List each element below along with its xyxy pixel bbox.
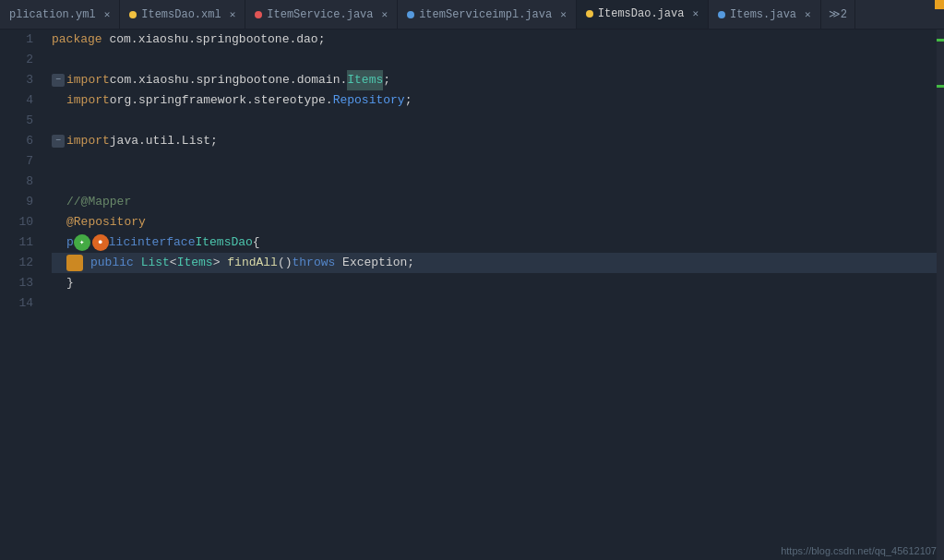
tab-close-icon[interactable]: ✕	[382, 8, 388, 20]
tab-itemsdao-java[interactable]: ItemsDao.java ✕	[577, 0, 709, 30]
ide-window: plication.yml ✕ ItemsDao.xml ✕ ItemServi…	[0, 0, 944, 560]
tab-label: plication.yml	[9, 8, 96, 21]
tab-dot-icon	[586, 10, 593, 18]
line-num-4: 4	[0, 90, 33, 111]
code-line-8	[52, 172, 944, 192]
avatar-icons: ✦●	[74, 234, 109, 251]
avatar-green: ✦	[74, 234, 90, 251]
code-area: 1 2 3 4 5 6 7 8 9 10 11 12 13 14 package…	[0, 30, 944, 560]
tab-dot-icon	[255, 11, 262, 18]
code-line-14	[52, 293, 944, 314]
fold-icon[interactable]: −	[52, 74, 65, 87]
line-num-5: 5	[0, 111, 33, 131]
code-line-4: import org.springframework.stereotype.Re…	[52, 90, 944, 111]
tab-label: ItemsDao.xml	[141, 8, 221, 21]
line-num-10: 10	[0, 212, 33, 232]
tab-itemsdao-xml[interactable]: ItemsDao.xml ✕	[120, 0, 245, 30]
tab-overflow[interactable]: ≫2	[821, 0, 855, 30]
code-line-5	[52, 111, 944, 131]
tab-items-java[interactable]: Items.java ✕	[709, 0, 821, 30]
code-line-1: package com.xiaoshu.springbootone.dao;	[52, 30, 944, 50]
tab-dot-icon	[718, 11, 725, 18]
tab-label: Items.java	[730, 8, 796, 21]
code-editor[interactable]: package com.xiaoshu.springbootone.dao; −…	[44, 30, 944, 560]
line-num-2: 2	[0, 50, 33, 70]
overflow-label: ≫2	[829, 7, 847, 21]
line-num-12: 12	[0, 253, 33, 273]
tab-label: ItemService.java	[267, 8, 373, 21]
code-line-2	[52, 50, 944, 70]
code-text: package com.xiaoshu.springbootone.dao;	[52, 30, 325, 50]
tab-dot-icon	[407, 11, 414, 18]
line-num-14: 14	[0, 293, 33, 314]
line-numbers: 1 2 3 4 5 6 7 8 9 10 11 12 13 14	[0, 30, 44, 560]
tab-itemserviceimpl-java[interactable]: itemServiceimpl.java ✕	[398, 0, 577, 30]
code-line-12: public List<Items> findAll()throws Excep…	[52, 253, 944, 273]
tab-label: itemServiceimpl.java	[419, 8, 552, 21]
scroll-indicator[interactable]	[937, 30, 944, 560]
line-num-3: 3	[0, 70, 33, 90]
tab-application-yml[interactable]: plication.yml ✕	[0, 0, 120, 30]
scroll-mark-bottom	[937, 85, 944, 88]
line-num-6: 6	[0, 131, 33, 151]
tab-close-icon[interactable]: ✕	[230, 8, 236, 20]
line-num-7: 7	[0, 151, 33, 172]
code-line-13: }	[52, 273, 944, 293]
line-num-13: 13	[0, 273, 33, 293]
scroll-mark-top	[937, 39, 944, 42]
code-line-10: @Repository	[52, 212, 944, 232]
corner-indicator	[935, 0, 944, 9]
code-line-9: //@Mapper	[52, 192, 944, 212]
fold-icon-2[interactable]: −	[52, 135, 65, 148]
tab-close-icon[interactable]: ✕	[560, 8, 567, 20]
tab-dot-icon	[129, 11, 137, 18]
tab-close-icon[interactable]: ✕	[692, 7, 699, 19]
line-num-1: 1	[0, 30, 33, 50]
tab-close-icon[interactable]: ✕	[104, 8, 111, 20]
avatar-orange: ●	[92, 234, 109, 251]
tab-itemservice-java[interactable]: ItemService.java ✕	[245, 0, 398, 30]
code-line-6: −import java.util.List;	[52, 131, 944, 151]
tab-label: ItemsDao.java	[598, 7, 685, 20]
line-num-9: 9	[0, 192, 33, 212]
code-line-11: p✦●lic interface ItemsDao {	[52, 232, 944, 253]
code-line-7	[52, 151, 944, 172]
bottom-url: https://blog.csdn.net/qq_45612107	[781, 545, 937, 556]
tab-close-icon[interactable]: ✕	[805, 8, 811, 20]
tab-bar: plication.yml ✕ ItemsDao.xml ✕ ItemServi…	[0, 0, 944, 30]
avatar-small	[66, 255, 83, 271]
line-num-8: 8	[0, 172, 33, 192]
line-num-11: 11	[0, 232, 33, 253]
code-line-3: −import com.xiaoshu.springbootone.domain…	[52, 70, 944, 90]
